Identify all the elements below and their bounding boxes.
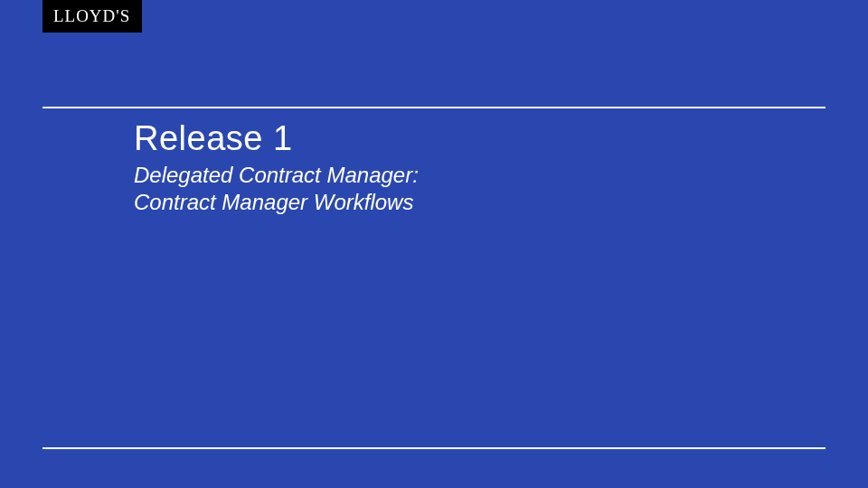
divider-top (42, 107, 826, 108)
divider-bottom (42, 447, 826, 449)
brand-logo-text: LLOYD'S (53, 7, 130, 26)
slide-title: Release 1 (134, 119, 796, 158)
slide-content: Release 1 Delegated Contract Manager: Co… (134, 119, 796, 216)
slide-subtitle: Delegated Contract Manager: Contract Man… (134, 162, 796, 216)
brand-logo: LLOYD'S (42, 0, 142, 33)
